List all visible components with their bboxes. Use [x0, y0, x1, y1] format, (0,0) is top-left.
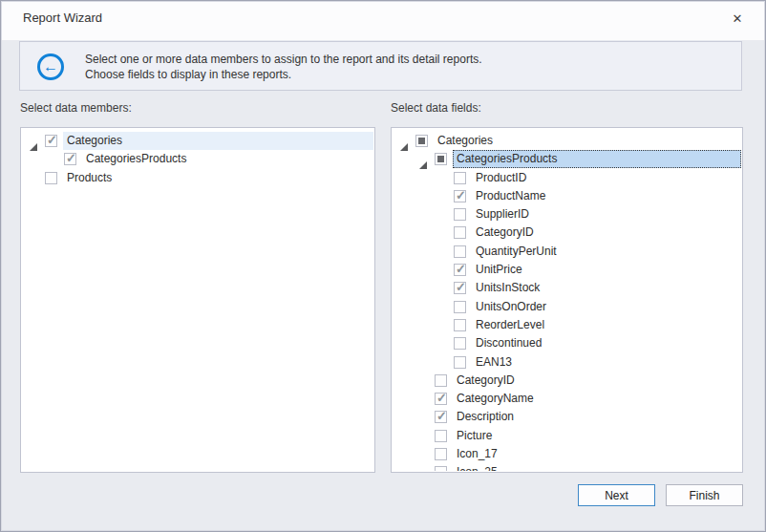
checkbox-checked[interactable]	[45, 135, 57, 147]
checkbox-indeterminate[interactable]	[415, 135, 428, 147]
data-fields-tree: CategoriesCategoriesProductsProductIDPro…	[393, 132, 741, 471]
checkbox-unchecked[interactable]	[435, 466, 447, 471]
next-button[interactable]: Next	[578, 484, 655, 506]
tree-node-picture[interactable]: Picture	[393, 427, 741, 445]
expander-expanded-icon[interactable]	[30, 138, 37, 145]
tree-node-label: UnitPrice	[472, 261, 741, 279]
tree-node-unitsinstock[interactable]: UnitsInStock	[393, 279, 741, 297]
tree-node-label: CategoriesProducts	[82, 150, 373, 168]
tree-node-ean13[interactable]: EAN13	[393, 353, 741, 372]
tree-node-unitsonorder[interactable]: UnitsOnOrder	[393, 298, 741, 316]
checkbox-unchecked[interactable]	[435, 374, 447, 387]
title-bar: Report Wizard ✕	[2, 2, 764, 40]
checkbox-unchecked[interactable]	[454, 245, 466, 258]
window-title: Report Wizard	[23, 11, 102, 25]
checkbox-unchecked[interactable]	[454, 208, 466, 221]
tree-node-label: CategoryID	[453, 372, 741, 390]
checkbox-unchecked[interactable]	[435, 430, 447, 442]
node-label-area[interactable]: Products	[63, 169, 373, 187]
checkbox-checked[interactable]	[454, 282, 466, 294]
tree-node-categories[interactable]: Categories	[22, 132, 373, 150]
tree-node-label: UnitsInStock	[472, 279, 741, 297]
tree-node-productname[interactable]: ProductName	[393, 187, 741, 205]
node-label-area[interactable]: ReorderLevel	[472, 316, 741, 334]
instructions-line-1: Select one or more data members to assig…	[85, 52, 482, 67]
back-arrow-glyph: ←	[43, 58, 58, 74]
tree-node-discontinued[interactable]: Discontinued	[393, 334, 741, 352]
node-label-area[interactable]: ProductID	[472, 169, 741, 187]
tree-node-categoryid[interactable]: CategoryID	[393, 372, 741, 390]
finish-button[interactable]: Finish	[666, 484, 743, 506]
wizard-instructions-panel: ← Select one or more data members to ass…	[19, 41, 742, 91]
tree-node-productid[interactable]: ProductID	[393, 169, 741, 187]
tree-node-label: ReorderLevel	[472, 316, 741, 334]
node-label-area[interactable]: CategoryName	[453, 390, 741, 408]
tree-node-description[interactable]: Description	[393, 408, 741, 426]
node-label-area[interactable]: Categories	[434, 132, 741, 150]
checkbox-checked[interactable]	[454, 190, 466, 202]
data-fields-label: Select data fields:	[391, 101, 481, 115]
checkbox-checked[interactable]	[64, 153, 76, 165]
expander-expanded-icon[interactable]	[400, 138, 408, 145]
tree-node-unitprice[interactable]: UnitPrice	[393, 261, 741, 279]
node-label-area[interactable]: CategoryID	[472, 223, 741, 242]
tree-node-label: Discontinued	[472, 334, 741, 352]
node-label-area[interactable]: UnitPrice	[472, 261, 741, 279]
checkbox-unchecked[interactable]	[45, 172, 57, 184]
tree-node-categoriesproducts[interactable]: CategoriesProducts	[393, 150, 741, 168]
tree-node-categoriesproducts[interactable]: CategoriesProducts	[22, 150, 373, 168]
tree-node-label: UnitsOnOrder	[472, 298, 741, 316]
data-members-label: Select data members:	[20, 101, 132, 115]
checkbox-unchecked[interactable]	[454, 301, 466, 313]
checkbox-checked[interactable]	[435, 411, 447, 423]
fields-panel: CategoriesCategoriesProductsProductIDPro…	[391, 127, 743, 473]
tree-node-products[interactable]: Products	[22, 169, 373, 187]
node-label-area[interactable]: SupplierID	[472, 205, 741, 223]
tree-node-categoryid[interactable]: CategoryID	[393, 223, 741, 242]
close-button[interactable]: ✕	[726, 9, 749, 30]
tree-node-label: Description	[453, 408, 741, 426]
instructions-line-2: Choose fields to display in these report…	[85, 67, 482, 82]
close-icon: ✕	[733, 11, 743, 26]
node-label-area[interactable]: Icon_25	[453, 463, 741, 471]
node-label-area[interactable]: UnitsOnOrder	[472, 298, 741, 316]
selected-node-highlight[interactable]: CategoriesProducts	[453, 150, 741, 168]
node-label-area[interactable]: UnitsInStock	[472, 279, 741, 297]
checkbox-unchecked[interactable]	[454, 356, 466, 369]
checkbox-unchecked[interactable]	[435, 448, 447, 460]
checkbox-unchecked[interactable]	[454, 172, 466, 184]
node-label-area[interactable]: Description	[453, 408, 741, 426]
wizard-instructions-text: Select one or more data members to assig…	[85, 52, 482, 82]
tree-node-label: CategoryID	[472, 223, 741, 242]
report-wizard-dialog: Report Wizard ✕ ← Select one or more dat…	[0, 0, 766, 532]
tree-node-categoryname[interactable]: CategoryName	[393, 390, 741, 408]
tree-node-label: Categories	[434, 132, 741, 150]
node-label-area[interactable]: Icon_17	[453, 445, 741, 463]
checkbox-checked[interactable]	[454, 264, 466, 276]
tree-node-supplierid[interactable]: SupplierID	[393, 205, 741, 223]
selected-node-highlight[interactable]: Categories	[63, 132, 373, 150]
back-arrow-circle-icon[interactable]: ←	[37, 53, 64, 80]
node-label-area[interactable]: QuantityPerUnit	[472, 243, 741, 261]
expander-expanded-icon[interactable]	[419, 156, 427, 163]
node-label-area[interactable]: CategoryID	[453, 372, 741, 390]
checkbox-unchecked[interactable]	[454, 319, 466, 331]
checkbox-checked[interactable]	[435, 393, 447, 405]
tree-node-categories[interactable]: Categories	[393, 132, 741, 150]
node-label-area[interactable]: CategoriesProducts	[82, 150, 373, 168]
tree-node-quantityperunit[interactable]: QuantityPerUnit	[393, 243, 741, 261]
tree-node-label: Icon_25	[453, 463, 741, 471]
checkbox-unchecked[interactable]	[454, 226, 466, 239]
node-label-area[interactable]: Discontinued	[472, 334, 741, 352]
tree-node-reorderlevel[interactable]: ReorderLevel	[393, 316, 741, 334]
tree-node-icon_25[interactable]: Icon_25	[393, 463, 741, 471]
tree-node-icon_17[interactable]: Icon_17	[393, 445, 741, 463]
node-label-area[interactable]: Picture	[453, 427, 741, 445]
node-label-area[interactable]: ProductName	[472, 187, 741, 205]
node-label-area[interactable]: EAN13	[472, 353, 741, 372]
members-panel: CategoriesCategoriesProductsProducts	[20, 127, 375, 473]
checkbox-indeterminate[interactable]	[435, 153, 447, 165]
tree-node-label: Products	[63, 169, 373, 187]
tree-node-label: Icon_17	[453, 445, 741, 463]
checkbox-unchecked[interactable]	[454, 337, 466, 350]
